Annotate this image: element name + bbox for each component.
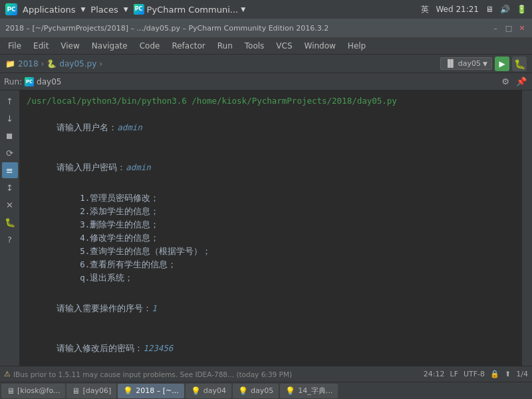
help-button[interactable]: ? [2, 231, 18, 247]
taskbar-icon-2: 💡 [123, 386, 133, 396]
menu-item-3: 4.修改学生的信息； [27, 231, 515, 245]
password-input-value: admin [126, 162, 151, 172]
menu-item-edit[interactable]: Edit [28, 39, 54, 53]
title-bar-controls: – □ ✕ [491, 23, 527, 33]
settings-button[interactable]: ≡ [2, 162, 18, 178]
username-prompt-line: 请输入用户名：admin [27, 108, 515, 148]
password-prompt-text: 请输入用户密码： [57, 162, 126, 172]
taskbar-icon-3: 💡 [191, 386, 201, 396]
username-input-value: admin [117, 122, 142, 132]
lf-indicator: LF [450, 370, 458, 378]
battery-icon: 🔋 [517, 5, 527, 14]
left-toolbar: ↑↓⏹⟳≡↕✕🐛? [0, 90, 20, 366]
taskbar-item-2[interactable]: 💡2018 – [~... [118, 384, 184, 398]
taskbar-icon-1: 🖥 [72, 386, 80, 396]
taskbar-item-5[interactable]: 💡14_字典... [280, 384, 338, 398]
maximize-button[interactable]: □ [504, 23, 513, 33]
taskbar-item-0[interactable]: 🖥[kiosk@fo... [1, 384, 65, 398]
file-icon: 🐍 [47, 59, 57, 68]
volume-icon: 🔊 [500, 5, 510, 14]
menu-item-run[interactable]: Run [212, 39, 238, 53]
taskbar-label-4: day05 [251, 386, 273, 395]
run-config-name: day05 [458, 59, 481, 68]
scroll-up-button[interactable]: ↑ [2, 93, 18, 109]
pycharm-menu-icon: PC [134, 4, 144, 15]
run-bar-right: ⚙ 📌 [499, 75, 528, 88]
menu-item-refactor[interactable]: Refactor [166, 39, 210, 53]
system-bar: PC Applications ▼ Places ▼ PC PyCharm Co… [0, 0, 532, 19]
minimize-button[interactable]: – [491, 23, 500, 33]
menu-item-tools[interactable]: Tools [239, 39, 270, 53]
pycharm-menu[interactable]: PC PyCharm Communi... ▼ [134, 4, 246, 15]
menu-item-navigate[interactable]: Navigate [86, 39, 133, 53]
taskbar-label-0: [kiosk@fo... [17, 386, 60, 395]
taskbar-label-1: [day06] [82, 386, 111, 395]
window-title: 2018 – [~/PycharmProjects/2018] – .../da… [5, 24, 329, 33]
datetime: Wed 21:21 [436, 5, 479, 14]
taskbar-label-3: day04 [203, 386, 226, 395]
menu-item-window[interactable]: Window [299, 39, 341, 53]
stop-button[interactable]: ⏹ [2, 128, 18, 144]
close-button[interactable]: ✕ [517, 23, 527, 33]
password-prompt-line: 请输入用户密码：admin [27, 148, 515, 188]
close-run-button[interactable]: ✕ [2, 197, 18, 213]
warning-icon: ⚠ [4, 370, 11, 378]
debug-button[interactable]: 🐛 [2, 214, 18, 230]
file-name[interactable]: day05.py [59, 59, 96, 68]
taskbar-icon-0: 🖥 [7, 386, 15, 396]
line-col: 24:12 [424, 370, 445, 378]
expand-button[interactable]: ↕ [2, 180, 18, 196]
status-warning-text: IBus prior to 1.5.11 may cause input pro… [13, 370, 292, 378]
console-output[interactable]: /usr/local/python3/bin/python3.6 /home/k… [20, 90, 521, 366]
title-bar: 2018 – [~/PycharmProjects/2018] – .../da… [0, 19, 532, 37]
right-gutter [521, 90, 532, 366]
operation-prompt-text: 请输入需要操作的序号： [57, 303, 152, 313]
system-bar-right: 英 Wed 21:21 🖥 🔊 🔋 [421, 4, 527, 15]
applications-menu[interactable]: Applications [23, 5, 75, 15]
places-menu[interactable]: Places [90, 5, 118, 15]
menu-item-view[interactable]: View [55, 39, 84, 53]
status-bar-right: 24:12 LF UTF-8 🔒 ⬆ 1/4 [424, 370, 528, 378]
menu-item-5: 6.查看所有学生的信息； [27, 258, 515, 271]
scroll-down-button[interactable]: ↓ [2, 110, 18, 126]
run-icon: PC [25, 77, 34, 86]
rerun-button[interactable]: ⟳ [2, 145, 18, 161]
run-config-dropdown[interactable]: ▐▌ day05 ▼ [440, 57, 492, 70]
taskbar-item-3[interactable]: 💡day04 [186, 384, 231, 398]
operation-prompt-line: 请输入需要操作的序号：1 [27, 289, 515, 329]
menu-item-code[interactable]: Code [134, 39, 166, 53]
encoding-indicator: UTF-8 [464, 370, 485, 378]
run-pin-icon[interactable]: 📌 [515, 75, 528, 88]
username-prompt-text: 请输入用户名： [57, 122, 117, 132]
run-config-bars-icon: ▐▌ [445, 59, 456, 68]
pycharm-logo-icon: PC [5, 3, 17, 15]
taskbar: 🖥[kiosk@fo...🖥[day06]💡2018 – [~...💡day04… [0, 382, 532, 399]
status-bar-left: ⚠ IBus prior to 1.5.11 may cause input p… [4, 370, 292, 378]
newpassword-input-value: 123456 [143, 343, 173, 353]
system-bar-left: PC Applications ▼ Places ▼ PC PyCharm Co… [5, 3, 245, 15]
run-settings-icon[interactable]: ⚙ [499, 75, 512, 88]
run-play-button[interactable]: ▶ [495, 57, 509, 71]
taskbar-icon-4: 💡 [238, 386, 248, 396]
path-bar: 📁 2018 › 🐍 day05.py › ▐▌ day05 ▼ ▶ 🐛 [0, 55, 532, 73]
apps-arrow-icon: ▼ [80, 6, 85, 13]
project-name[interactable]: 2018 [18, 59, 39, 68]
menu-item-1: 2.添加学生的信息； [27, 205, 515, 218]
path-sep-2: › [99, 59, 102, 68]
run-config-arrow-icon: ▼ [483, 61, 487, 67]
newpassword-prompt-text: 请输入修改后的密码： [57, 343, 143, 353]
folder-icon: 📁 [5, 59, 15, 68]
run-debug-button[interactable]: 🐛 [512, 57, 527, 71]
menu-item-file[interactable]: File [3, 39, 27, 53]
taskbar-item-4[interactable]: 💡day05 [233, 384, 279, 398]
run-config-name-label: day05 [37, 77, 61, 86]
taskbar-item-1[interactable]: 🖥[day06] [66, 384, 116, 398]
git-icon: ⬆ [505, 370, 511, 378]
taskbar-label-2: 2018 – [~... [136, 386, 179, 395]
newpassword-prompt-line: 请输入修改后的密码：123456 [27, 329, 515, 366]
run-bar: Run: PC day05 ⚙ 📌 [0, 73, 532, 90]
menu-item-6: q.退出系统； [27, 271, 515, 285]
menu-item-vcs[interactable]: VCS [271, 39, 297, 53]
menu-item-help[interactable]: Help [342, 39, 371, 53]
operation-input-value: 1 [152, 303, 157, 313]
